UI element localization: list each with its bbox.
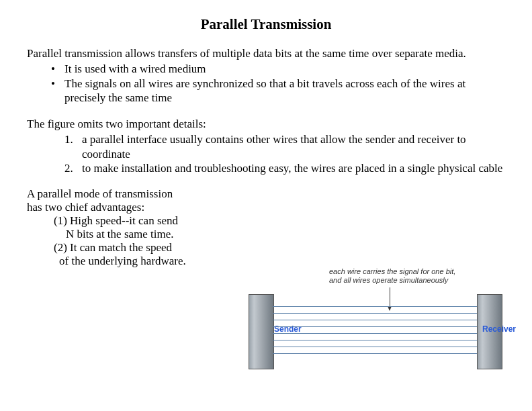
- bullet-item: It is used with a wired medium: [51, 62, 505, 76]
- wire: [273, 353, 477, 354]
- numbered-list: 1. a parallel interface usually contains…: [27, 132, 505, 175]
- list-item: 2. to make installation and troubleshoot…: [64, 161, 505, 175]
- diagram: each wire carries the signal for one bit…: [235, 267, 511, 388]
- arrow-icon: [390, 287, 390, 306]
- wire: [273, 326, 477, 327]
- advantage-item: N bits at the same time.: [27, 228, 240, 241]
- advantage-item: (1) High speed--it can send: [27, 214, 240, 228]
- advantage-item: (2) It can match the speed: [27, 241, 240, 255]
- receiver-label: Receiver: [482, 324, 516, 334]
- advantages-block: A parallel mode of transmission has two …: [27, 187, 240, 268]
- advantages-intro: A parallel mode of transmission: [27, 187, 240, 201]
- item-text: to make installation and troubleshooting…: [82, 162, 502, 175]
- caption-line: and all wires operate simultaneously: [329, 276, 448, 284]
- page-title: Parallel Transmission: [0, 16, 532, 33]
- wire: [273, 340, 477, 340]
- item-text: a parallel interface usually contains ot…: [82, 133, 466, 160]
- wire: [273, 347, 477, 347]
- intro-text: Parallel transmission allows transfers o…: [27, 46, 505, 60]
- wire: [273, 313, 477, 314]
- wire: [273, 333, 477, 334]
- item-number: 2.: [64, 161, 73, 175]
- caption-line: each wire carries the signal for one bit…: [329, 267, 455, 275]
- wire: [273, 306, 477, 307]
- sender-box: [249, 294, 274, 369]
- item-number: 1.: [64, 132, 73, 146]
- list-item: 1. a parallel interface usually contains…: [64, 132, 505, 161]
- advantages-intro: has two chief advantages:: [27, 201, 240, 214]
- advantage-item: of the underlying hardware.: [27, 255, 240, 268]
- wire: [273, 320, 477, 320]
- bullet-list: It is used with a wired medium The signa…: [27, 62, 505, 105]
- bullet-item: The signals on all wires are synchronize…: [51, 77, 505, 105]
- details-intro: The figure omits two important details:: [27, 117, 505, 131]
- figure-caption: each wire carries the signal for one bit…: [329, 267, 455, 285]
